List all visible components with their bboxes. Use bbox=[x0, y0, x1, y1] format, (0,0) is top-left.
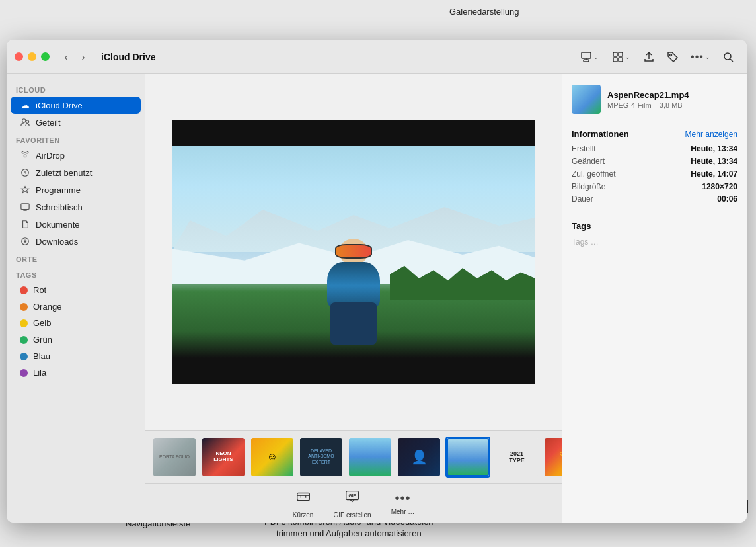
tag-button[interactable] bbox=[662, 46, 683, 67]
kurzen-label: Kürzen bbox=[293, 511, 314, 519]
back-button[interactable]: ‹ bbox=[57, 48, 75, 65]
svg-point-9 bbox=[22, 119, 26, 122]
gif-icon: GIF bbox=[344, 488, 361, 509]
thumbnail-1[interactable]: PORTA FOLIO bbox=[152, 437, 197, 478]
yellow-tag-dot bbox=[20, 319, 28, 327]
window-title: iCloud Drive bbox=[101, 52, 155, 62]
sidebar-item-lila[interactable]: Lila bbox=[11, 364, 141, 381]
tags-title: Tags bbox=[572, 221, 591, 231]
thumbnail-7-selected[interactable] bbox=[445, 437, 490, 478]
svg-rect-4 bbox=[613, 58, 617, 62]
sidebar-item-downloads[interactable]: Downloads bbox=[11, 233, 141, 250]
file-thumbnail bbox=[572, 85, 601, 114]
forward-button[interactable]: › bbox=[75, 48, 92, 65]
svg-rect-2 bbox=[613, 52, 617, 56]
info-title: Informationen bbox=[572, 129, 629, 139]
gif-label: GIF erstellen bbox=[333, 511, 371, 519]
sidebar-item-blau[interactable]: Blau bbox=[11, 348, 141, 364]
thumbnail-4[interactable]: DELAVEDANTI-DEMOEXPERT bbox=[299, 437, 344, 478]
gallery-area: PORTA FOLIO NEONLIGHTS ☺ DELAVEDANTI-DEM… bbox=[145, 74, 562, 483]
svg-text:GIF: GIF bbox=[348, 493, 356, 497]
sidebar-item-zuletzt[interactable]: Zuletzt benutzt bbox=[11, 164, 141, 181]
more-button[interactable]: ••• ⌄ bbox=[686, 46, 715, 67]
sidebar-item-dokumente[interactable]: Dokumente bbox=[11, 216, 141, 233]
preview-container bbox=[145, 74, 562, 430]
svg-point-7 bbox=[724, 53, 731, 60]
sidebar: iCloud ☁ iCloud Drive Geteilt Favoriten bbox=[7, 74, 145, 523]
share-button[interactable] bbox=[638, 46, 660, 67]
sidebar-item-orange[interactable]: Orange bbox=[11, 298, 141, 315]
sidebar-item-airdrop[interactable]: AirDrop bbox=[11, 147, 141, 164]
svg-rect-0 bbox=[582, 52, 591, 58]
gif-button[interactable]: GIF GIF erstellen bbox=[333, 488, 371, 519]
inspector-row-geoeffnet: Zul. geöffnet Heute, 14:07 bbox=[572, 169, 737, 179]
thumbnail-8[interactable]: 2021TYPE bbox=[494, 437, 539, 478]
thumbnail-2[interactable]: NEONLIGHTS bbox=[201, 437, 246, 478]
inspector-info-section: Informationen Mehr anzeigen Erstellt Heu… bbox=[562, 122, 747, 214]
file-name: AspenRecap21.mp4 bbox=[607, 90, 737, 100]
sidebar-item-icloud-drive[interactable]: ☁ iCloud Drive bbox=[11, 97, 141, 114]
svg-rect-13 bbox=[21, 204, 29, 210]
sidebar-item-schreibtisch[interactable]: Schreibtisch bbox=[11, 198, 141, 216]
desktop-icon bbox=[20, 202, 30, 212]
inspector-header: AspenRecap21.mp4 MPEG-4-Film – 3,8 MB bbox=[562, 74, 747, 122]
sidebar-section-favoriten: Favoriten bbox=[7, 131, 145, 147]
kurzen-icon bbox=[295, 488, 312, 509]
maximize-button[interactable] bbox=[41, 52, 50, 61]
svg-rect-3 bbox=[619, 52, 623, 56]
mehr-icon: ••• bbox=[395, 491, 410, 506]
finder-window: ‹ › iCloud Drive ⌄ bbox=[7, 40, 747, 523]
svg-point-10 bbox=[26, 120, 28, 123]
tags-input[interactable]: Tags … bbox=[572, 236, 737, 248]
inspector-row-bildgroesse: Bildgröße 1280×720 bbox=[572, 182, 737, 191]
toolbar-group: ⌄ ⌄ bbox=[575, 46, 739, 67]
airdrop-icon bbox=[20, 150, 30, 161]
purple-tag-dot bbox=[20, 369, 28, 377]
blue-tag-dot bbox=[20, 353, 28, 360]
main-content: PORTA FOLIO NEONLIGHTS ☺ DELAVEDANTI-DEM… bbox=[145, 74, 562, 523]
gallery-view-button[interactable]: ⌄ bbox=[575, 46, 604, 67]
video-thumbnail[interactable] bbox=[172, 120, 535, 384]
inspector-row-geaendert: Geändert Heute, 13:34 bbox=[572, 157, 737, 166]
thumbnail-3[interactable]: ☺ bbox=[250, 437, 295, 478]
thumbnail-9[interactable]: 🏆 bbox=[543, 437, 562, 478]
inspector-tags-section: Tags Tags … bbox=[562, 214, 747, 255]
svg-rect-15 bbox=[297, 493, 309, 500]
mehr-button[interactable]: ••• Mehr … bbox=[391, 491, 415, 515]
clock-icon bbox=[20, 167, 30, 178]
sidebar-item-gruen[interactable]: Grün bbox=[11, 331, 141, 348]
sidebar-section-orte: Orte bbox=[7, 250, 145, 266]
documents-icon bbox=[20, 219, 30, 230]
sidebar-section-icloud: iCloud bbox=[7, 81, 145, 97]
sidebar-item-geteilt[interactable]: Geteilt bbox=[11, 114, 141, 131]
red-tag-dot bbox=[20, 286, 28, 294]
title-bar: ‹ › iCloud Drive ⌄ bbox=[7, 40, 747, 74]
search-button[interactable] bbox=[718, 46, 739, 67]
thumbnail-6[interactable]: 👤 bbox=[397, 437, 441, 478]
finder-body: iCloud ☁ iCloud Drive Geteilt Favoriten bbox=[7, 74, 747, 523]
svg-rect-5 bbox=[619, 58, 623, 62]
programmes-icon bbox=[20, 185, 30, 195]
sidebar-item-rot[interactable]: Rot bbox=[11, 282, 141, 298]
close-button[interactable] bbox=[15, 52, 23, 61]
svg-point-6 bbox=[670, 54, 672, 56]
svg-rect-1 bbox=[584, 60, 589, 62]
sidebar-section-tags: Tags bbox=[7, 266, 145, 282]
mehr-label: Mehr … bbox=[391, 508, 415, 515]
thumbnail-5[interactable] bbox=[348, 437, 393, 478]
mehr-anzeigen-button[interactable]: Mehr anzeigen bbox=[685, 130, 737, 139]
annotation-gallery: Galeriedarstellung bbox=[449, 7, 519, 17]
kurzen-button[interactable]: Kürzen bbox=[293, 488, 314, 519]
grid-view-button[interactable]: ⌄ bbox=[607, 46, 636, 67]
inspector-section-header: Informationen Mehr anzeigen bbox=[572, 129, 737, 139]
sidebar-item-programme[interactable]: Programme bbox=[11, 181, 141, 198]
inspector-row-erstellt: Erstellt Heute, 13:34 bbox=[572, 144, 737, 153]
thumbnail-strip: PORTA FOLIO NEONLIGHTS ☺ DELAVEDANTI-DEM… bbox=[145, 430, 562, 483]
traffic-lights bbox=[15, 52, 50, 61]
downloads-icon bbox=[20, 236, 30, 247]
sidebar-item-gelb[interactable]: Gelb bbox=[11, 315, 141, 331]
orange-tag-dot bbox=[20, 303, 28, 311]
minimize-button[interactable] bbox=[28, 52, 36, 61]
inspector-panel: AspenRecap21.mp4 MPEG-4-Film – 3,8 MB In… bbox=[562, 74, 747, 523]
inspector-tags-header: Tags bbox=[572, 221, 737, 231]
